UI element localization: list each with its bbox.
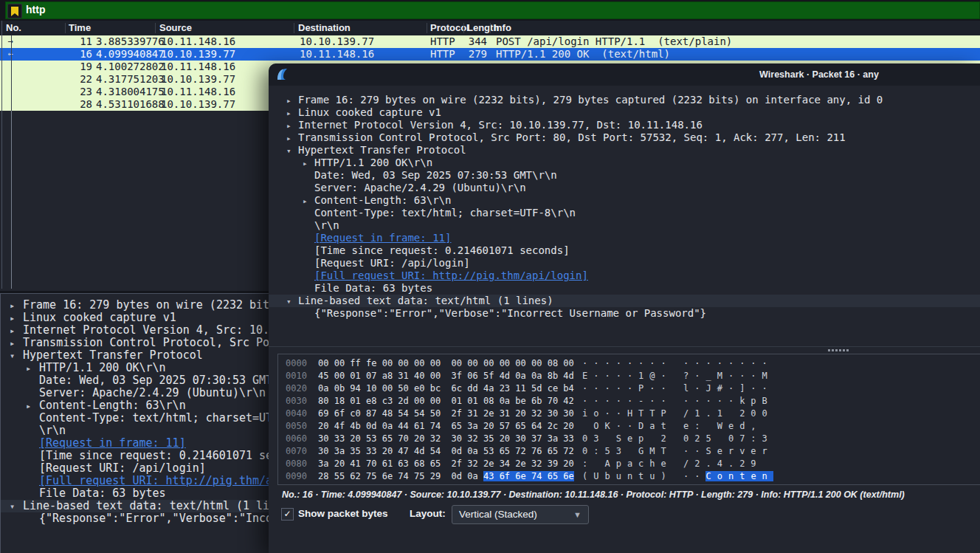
hex-row[interactable]: 009028 55 62 75 6e 74 75 29 0d 0a 43 6f … <box>278 470 980 483</box>
popup-detail-line[interactable]: [Time since request: 0.214601071 seconds… <box>269 244 980 257</box>
layout-dropdown[interactable]: Vertical (Stacked) ▼ <box>452 505 589 524</box>
column-divider[interactable] <box>65 23 66 33</box>
hex-bytes: 30 3a 35 33 20 47 4d 54 0d 0a 53 65 72 7… <box>318 445 574 458</box>
detail-text: [Request URI: /api/login] <box>314 257 470 269</box>
collapsed-arrow-icon[interactable]: ▸ <box>286 107 298 119</box>
annotated-text: "Incorrect Username or Password"} <box>501 307 725 320</box>
collapsed-arrow-icon[interactable]: ▸ <box>286 120 298 131</box>
collapsed-arrow-icon[interactable]: ▸ <box>286 132 298 144</box>
arrow-spacer <box>26 438 39 450</box>
hex-bytes-highlight: 43 6f 6e 74 65 6e <box>483 471 574 481</box>
detail-text: Internet Protocol Version 4, Src: 10. <box>23 324 269 337</box>
window-titlebar[interactable]: Wireshark · Packet 16 · any <box>269 63 980 86</box>
show-packet-bytes-label[interactable]: Show packet bytes <box>298 508 388 519</box>
filter-toolbar: http <box>0 0 980 20</box>
hex-row[interactable]: 001045 00 01 07 a8 31 40 00 3f 06 5f 4d … <box>278 370 980 382</box>
popup-detail-line[interactable]: {"Response":"Error","Verbose":"Incorrect… <box>269 307 980 320</box>
hex-ascii: ·····P·· l·J#·]·· <box>582 382 773 395</box>
popup-detail-line[interactable]: ▸Frame 16: 279 bytes on wire (2232 bits)… <box>269 94 980 106</box>
hex-row[interactable]: 003080 18 01 e8 c3 2d 00 00 01 01 08 0a … <box>278 395 980 408</box>
popup-detail-line[interactable]: Server: Apache/2.4.29 (Ubuntu)\r\n <box>269 182 980 194</box>
popup-detail-line[interactable]: ▾Line-based text data: text/html (1 line… <box>269 295 980 307</box>
detail-text: Line-based text data: text/html (1 li <box>23 500 269 512</box>
col-destination[interactable]: Destination <box>298 22 351 33</box>
collapsed-arrow-icon[interactable]: ▸ <box>10 312 23 324</box>
detail-link[interactable]: [Full request URI: http://pig.thm/api/lo… <box>314 269 588 281</box>
hex-bytes: 3a 20 41 70 61 63 68 65 2f 32 2e 34 2e 3… <box>318 458 574 470</box>
popup-detail-line[interactable]: ▸Internet Protocol Version 4, Src: 10.10… <box>269 119 980 131</box>
cell-length: 344 <box>443 35 487 48</box>
column-divider[interactable] <box>155 23 156 33</box>
collapsed-arrow-icon[interactable]: ▸ <box>26 400 39 412</box>
hex-ascii: E····1@· ?·_M···M <box>582 370 773 382</box>
detail-link[interactable]: [Request in frame: 11] <box>314 232 451 244</box>
collapsed-arrow-icon[interactable]: ▸ <box>303 157 314 169</box>
show-packet-bytes-checkbox[interactable]: ✓ <box>281 508 294 521</box>
arrow-spacer <box>303 182 314 194</box>
popup-detail-line[interactable]: File Data: 63 bytes <box>269 282 980 295</box>
arrow-spacer <box>303 258 314 269</box>
col-source[interactable]: Source <box>159 22 192 33</box>
display-filter-input[interactable]: http <box>5 1 980 19</box>
detail-text: Server: Apache/2.4.29 (Ubuntu)\r\n <box>39 387 266 399</box>
detail-text: Transmission Control Protocol, Src Po <box>23 337 269 349</box>
popup-detail-line[interactable]: ▸Linux cooked capture v1 <box>269 106 980 119</box>
col-time[interactable]: Time <box>69 22 91 33</box>
arrow-spacer <box>26 475 39 487</box>
column-divider[interactable] <box>294 23 294 33</box>
packet-row[interactable]: →113.88533977610.11.148.1610.10.139.77HT… <box>0 35 980 48</box>
popup-detail-line[interactable]: Content-Type: text/html; charset=UTF-8\r… <box>269 207 980 219</box>
popup-detail-line[interactable]: ▸Content-Length: 63\r\n <box>269 194 980 207</box>
popup-detail-line[interactable]: ▸Transmission Control Protocol, Src Port… <box>269 131 980 144</box>
hex-row[interactable]: 00200a 0b 94 10 00 50 e0 bc 6c dd 4a 23 … <box>278 382 980 395</box>
hex-ascii: : Apache /2.4.29 <box>582 458 773 470</box>
expanded-arrow-icon[interactable]: ▾ <box>286 295 298 307</box>
popup-detail-line[interactable]: Date: Wed, 03 Sep 2025 07:30:53 GMT\r\n <box>269 169 980 182</box>
detail-text: Hypertext Transfer Protocol <box>298 144 466 156</box>
popup-detail-line[interactable]: [Full request URI: http://pig.thm/api/lo… <box>269 269 980 282</box>
collapsed-arrow-icon[interactable]: ▸ <box>10 337 23 349</box>
hex-row[interactable]: 005020 4f 4b 0d 0a 44 61 74 65 3a 20 57 … <box>278 420 980 433</box>
hex-bytes: 45 00 01 07 a8 31 40 00 3f 06 5f 4d 0a 0… <box>318 370 574 382</box>
filter-bookmark-button[interactable] <box>7 4 22 18</box>
popup-detail-line[interactable]: ▾Hypertext Transfer Protocol <box>269 144 980 157</box>
hex-bytes: 20 4f 4b 0d 0a 44 61 74 65 3a 20 57 65 6… <box>318 420 574 433</box>
col-info[interactable]: Info <box>494 22 511 33</box>
column-divider[interactable] <box>490 23 491 33</box>
collapsed-arrow-icon[interactable]: ▸ <box>286 95 298 106</box>
detail-text: Line-based text data: text/html (1 lines… <box>298 295 553 306</box>
column-divider[interactable] <box>463 23 464 33</box>
expanded-arrow-icon[interactable]: ▾ <box>10 501 23 512</box>
hex-ascii: ········ ········ <box>582 357 773 370</box>
detail-link[interactable]: [Request in frame: 11] <box>39 437 186 450</box>
popup-detail-line[interactable]: \r\n <box>269 219 980 232</box>
popup-detail-line[interactable]: [Request in frame: 11] <box>269 232 980 244</box>
expanded-arrow-icon[interactable]: ▾ <box>10 350 23 362</box>
arrow-spacer <box>303 283 314 295</box>
hex-row[interactable]: 00803a 20 41 70 61 63 68 65 2f 32 2e 34 … <box>278 458 980 470</box>
col-no[interactable]: No. <box>6 22 21 33</box>
hex-row[interactable]: 000000 00 ff fe 00 00 00 00 00 00 00 00 … <box>278 357 980 370</box>
detail-text: [Request URI: /api/login] <box>39 462 206 475</box>
detail-link[interactable]: [Full request URI: http://pig.thm/a <box>39 475 272 487</box>
cell-destination: 10.11.148.16 <box>300 48 374 61</box>
hex-row[interactable]: 006030 33 20 53 65 70 20 32 30 32 35 20 … <box>278 433 980 445</box>
hex-row[interactable]: 004069 6f c0 87 48 54 54 50 2f 31 2e 31 … <box>278 408 980 420</box>
hex-offset: 0010 <box>286 370 307 382</box>
collapsed-arrow-icon[interactable]: ▸ <box>26 363 39 374</box>
expanded-arrow-icon[interactable]: ▾ <box>286 145 298 157</box>
detail-text: File Data: 63 bytes <box>39 487 166 500</box>
popup-detail-line[interactable]: [Request URI: /api/login] <box>269 257 980 269</box>
collapsed-arrow-icon[interactable]: ▸ <box>10 325 23 337</box>
packet-row[interactable]: ←164.09994084710.10.139.7710.11.148.16HT… <box>0 48 980 61</box>
cell-no: 11 <box>18 35 92 48</box>
arrow-spacer <box>303 308 314 320</box>
cell-time: 4.317751203 <box>96 73 165 86</box>
collapsed-arrow-icon[interactable]: ▸ <box>303 195 314 207</box>
detail-text: Internet Protocol Version 4, Src: 10.10.… <box>298 119 703 131</box>
detail-text: HTTP/1.1 200 OK\r\n <box>314 157 432 168</box>
collapsed-arrow-icon[interactable]: ▸ <box>10 300 23 312</box>
hex-row[interactable]: 007030 3a 35 33 20 47 4d 54 0d 0a 53 65 … <box>278 445 980 458</box>
popup-detail-line[interactable]: ▸HTTP/1.1 200 OK\r\n <box>269 157 980 169</box>
column-divider[interactable] <box>427 23 427 33</box>
